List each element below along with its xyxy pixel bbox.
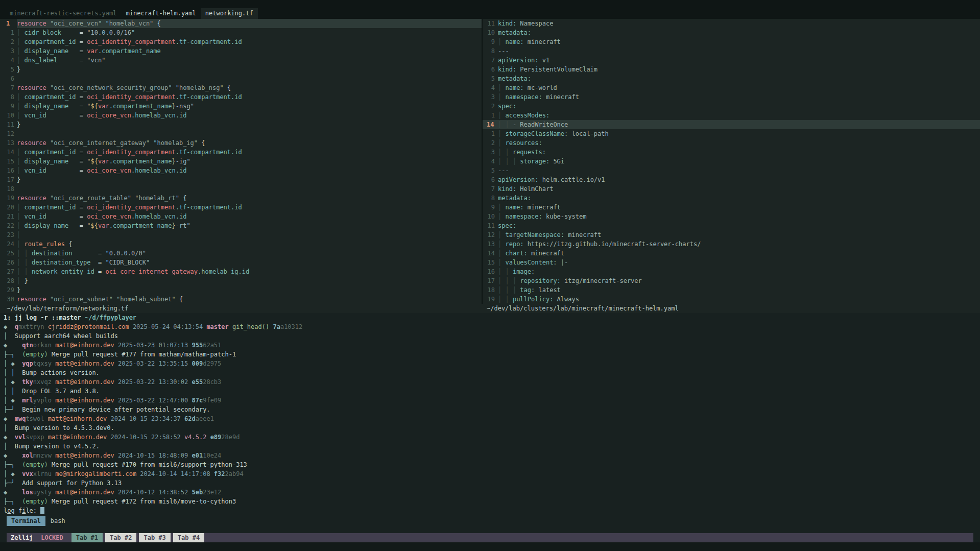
code-line[interactable]: 7kind: HelmChart — [483, 184, 980, 194]
code-line[interactable]: 4│ name: mc-world — [483, 83, 980, 92]
line-number: 7 — [0, 83, 17, 92]
line-number: 18 — [483, 285, 498, 295]
buffer-tab-networking[interactable]: networking.tf — [201, 8, 258, 19]
log-line: 1: jj log -r ::master ~/d/ffpyplayer — [0, 313, 980, 322]
code-line[interactable]: 13resource "oci_core_internet_gateway" "… — [0, 138, 482, 148]
code-line[interactable]: 19resource "oci_core_route_table" "homel… — [0, 194, 482, 203]
code-line[interactable]: 8metadata: — [483, 194, 980, 203]
code-line[interactable]: 6kind: PersistentVolumeClaim — [483, 65, 980, 74]
code-line[interactable]: 10│ vcn_id = oci_core_vcn.homelab_vcn.id — [0, 111, 482, 120]
line-number: 12 — [483, 230, 498, 239]
log-line: ├─╯ Add support for Python 3.13 — [0, 478, 980, 488]
editor-split-minecraft-helm-yaml[interactable]: 11kind: Namespace10metadata:9│ name: min… — [483, 19, 980, 304]
code-line[interactable]: 11spec: — [483, 221, 980, 230]
code-line[interactable]: 16│ vcn_id = oci_core_vcn.homelab_vcn.id — [0, 166, 482, 175]
line-number: 6 — [483, 175, 498, 184]
code-line[interactable]: 3│ namespace: minecraft — [483, 92, 980, 102]
line-number: 25 — [0, 249, 17, 258]
code-line[interactable]: 15│ display_name = "${var.compartment_na… — [0, 157, 482, 166]
code-line[interactable]: 6apiVersion: helm.cattle.io/v1 — [483, 175, 980, 184]
code-line[interactable]: 1│ cidr_block = "10.0.0.0/16" — [0, 28, 482, 37]
code-line[interactable]: 30resource "oci_core_subnet" "homelab_su… — [0, 295, 482, 304]
line-number: 24 — [0, 239, 17, 249]
code-line[interactable]: 16│ │ image: — [483, 267, 980, 276]
code-line[interactable]: 4│ dns_label = "vcn" — [0, 56, 482, 65]
code-line[interactable]: 7resource "oci_core_network_security_gro… — [0, 83, 482, 92]
log-line: ◆ qtnorkxn matt@einhorn.dev 2025-03-23 0… — [0, 341, 980, 350]
code-line[interactable]: 5} — [0, 65, 482, 74]
code-line[interactable]: 19│ │ pullPolicy: Always — [483, 295, 980, 304]
code-line[interactable]: 27│ │ network_entity_id = oci_core_inter… — [0, 267, 482, 276]
code-line[interactable]: 2│ resources: — [483, 138, 980, 148]
pane-chip-terminal[interactable]: Terminal — [7, 516, 45, 526]
code-line[interactable]: 17│ │ │ repository: itzg/minecraft-serve… — [483, 276, 980, 285]
code-line[interactable]: 14│ chart: minecraft — [483, 249, 980, 258]
bottom-strip — [0, 542, 980, 551]
code-line[interactable]: 12│ targetNamespace: minecraft — [483, 230, 980, 239]
line-number: 7 — [483, 56, 498, 65]
code-line[interactable]: 12 — [0, 129, 482, 138]
buffer-tab-minecraft-helm[interactable]: minecraft-helm.yaml — [122, 8, 201, 19]
code-line[interactable]: 23│ — [0, 230, 482, 239]
log-line: ◆ losuysty matt@einhorn.dev 2024-10-12 1… — [0, 488, 980, 497]
code-line[interactable]: 9│ display_name = "${var.compartment_nam… — [0, 102, 482, 111]
line-number: 1 — [0, 28, 17, 37]
code-line[interactable]: 1resource "oci_core_vcn" "homelab_vcn" { — [0, 19, 482, 28]
code-line[interactable]: 8--- — [483, 46, 980, 56]
code-line[interactable]: 2│ compartment_id = oci_identity_compart… — [0, 37, 482, 46]
code-line[interactable]: 5metadata: — [483, 74, 980, 83]
code-line[interactable]: 24│ route_rules { — [0, 239, 482, 249]
code-line[interactable]: 21│ vcn_id = oci_core_vcn.homelab_vcn.id — [0, 212, 482, 221]
code-line[interactable]: 7apiVersion: v1 — [483, 56, 980, 65]
code-line[interactable]: 11} — [0, 120, 482, 129]
code-line[interactable]: 14│ compartment_id = oci_identity_compar… — [0, 148, 482, 157]
line-number: 23 — [0, 230, 17, 239]
code-line[interactable]: 1│ accessModes: — [483, 111, 980, 120]
code-line[interactable]: 15│ valuesContent: |- — [483, 258, 980, 267]
zellij-tab-1[interactable]: Tab #1 — [71, 533, 103, 542]
code-line[interactable]: 1│ storageClassName: local-path — [483, 129, 980, 138]
code-line[interactable]: 29} — [0, 285, 482, 295]
line-number: 9 — [483, 203, 498, 212]
line-number: 1 — [483, 111, 498, 120]
code-line[interactable]: 22│ display_name = "${var.compartment_na… — [0, 221, 482, 230]
code-line[interactable]: 17} — [0, 175, 482, 184]
code-line[interactable]: 25│ │ destination = "0.0.0.0/0" — [0, 249, 482, 258]
zellij-tab-2[interactable]: Tab #2 — [105, 533, 136, 542]
code-line[interactable]: 3│ display_name = var.compartment_name — [0, 46, 482, 56]
zellij-session: minecraft-restic-secrets.yaml minecraft-… — [0, 0, 980, 551]
code-line[interactable]: 8│ compartment_id = oci_identity_compart… — [0, 92, 482, 102]
terminal-pane[interactable]: 1: jj log -r ::master ~/d/ffpyplayer◆ qm… — [0, 313, 980, 515]
code-line[interactable]: 10metadata: — [483, 28, 980, 37]
pane-chip-bash[interactable]: bash — [51, 517, 65, 524]
code-line[interactable]: 4│ │ │ storage: 5Gi — [483, 157, 980, 166]
code-line[interactable]: 10│ namespace: kube-system — [483, 212, 980, 221]
zellij-tab-4[interactable]: Tab #4 — [173, 533, 204, 542]
line-number: 14 — [0, 148, 17, 157]
line-number: 15 — [0, 157, 17, 166]
line-number: 3 — [483, 92, 498, 102]
line-number: 5 — [0, 65, 17, 74]
code-line[interactable]: 14│ │ - ReadWriteOnce — [483, 120, 980, 129]
buffer-tab-minecraft-restic-secrets[interactable]: minecraft-restic-secrets.yaml — [5, 8, 122, 19]
code-line[interactable]: 13│ repo: https://itzg.github.io/minecra… — [483, 239, 980, 249]
code-line[interactable]: 18│ │ │ tag: latest — [483, 285, 980, 295]
line-number: 8 — [483, 46, 498, 56]
code-line[interactable]: 2spec: — [483, 102, 980, 111]
code-line[interactable]: 9│ name: minecraft — [483, 37, 980, 46]
code-line[interactable]: 5--- — [483, 166, 980, 175]
code-line[interactable]: 20│ compartment_id = oci_identity_compar… — [0, 203, 482, 212]
code-line[interactable]: 18 — [0, 184, 482, 194]
code-line[interactable]: 28│ } — [0, 276, 482, 285]
helix-statusline: ~/dev/lab/terraform/networking.tf ~/dev/… — [0, 304, 980, 313]
line-number: 6 — [0, 74, 17, 83]
code-line[interactable]: 9│ name: minecraft — [483, 203, 980, 212]
code-line[interactable]: 11kind: Namespace — [483, 19, 980, 28]
editor-split-networking-tf[interactable]: 1resource "oci_core_vcn" "homelab_vcn" {… — [0, 19, 482, 304]
code-line[interactable]: 26│ │ destination_type = "CIDR_BLOCK" — [0, 258, 482, 267]
code-line[interactable]: 6 — [0, 74, 482, 83]
line-number: 13 — [0, 138, 17, 148]
code-line[interactable]: 3│ │ requests: — [483, 148, 980, 157]
zellij-status-bar: Zellij LOCKED Tab #1 Tab #2 Tab #3 Tab #… — [7, 533, 973, 542]
zellij-tab-3[interactable]: Tab #3 — [139, 533, 170, 542]
